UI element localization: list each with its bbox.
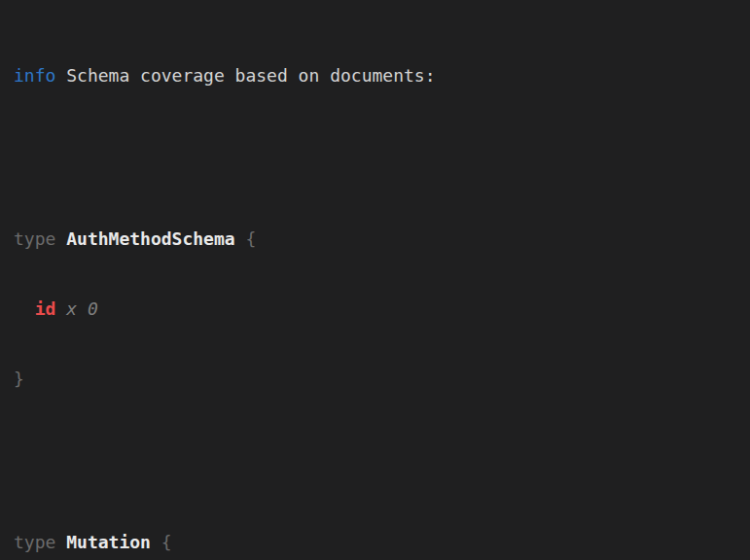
- close-brace-line: }: [14, 368, 742, 391]
- type-keyword: type: [14, 228, 55, 249]
- open-brace: {: [245, 228, 256, 249]
- terminal-output[interactable]: info Schema coverage based on documents:…: [0, 0, 750, 560]
- type-declaration-line: type Mutation {: [14, 531, 742, 554]
- field-coverage-line: id x 0: [14, 298, 742, 321]
- field-name: id: [35, 298, 56, 319]
- blank-line: [14, 134, 742, 158]
- type-name: AuthMethodSchema: [66, 228, 234, 249]
- type-declaration-line: type AuthMethodSchema {: [14, 228, 742, 251]
- open-brace: {: [161, 532, 172, 552]
- info-label: info: [14, 65, 55, 86]
- close-brace: }: [14, 368, 24, 389]
- info-line: info Schema coverage based on documents:: [14, 64, 742, 88]
- coverage-count: x 0: [66, 298, 98, 319]
- type-name: Mutation: [66, 532, 151, 552]
- info-message: Schema coverage based on documents:: [66, 65, 435, 86]
- type-keyword: type: [14, 532, 55, 552]
- blank-line: [14, 438, 742, 461]
